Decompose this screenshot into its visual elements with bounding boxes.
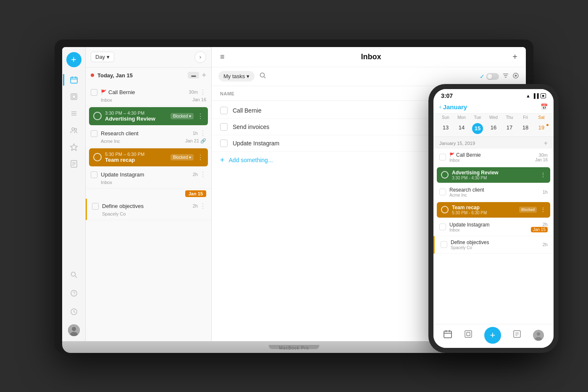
sidebar-item-search[interactable] — [66, 267, 81, 282]
phone-date-15[interactable]: 15 — [472, 123, 483, 134]
phone-task-update-instagram[interactable]: Update Instagram Inbox 2h Jan 15 — [433, 218, 526, 236]
phone-checkbox[interactable] — [439, 224, 446, 230]
task-checkbox[interactable] — [91, 89, 97, 96]
phone-task-define-objectives[interactable]: Define objectives Spacely Co 2h — [433, 236, 526, 254]
sidebar-item-star[interactable] — [66, 139, 81, 155]
phone-task-content: Update Instagram Inbox — [449, 222, 526, 232]
clock-icon — [93, 112, 102, 120]
more-button[interactable]: ⋮ — [200, 202, 206, 210]
phone-date-section-header: January 15, 2019 + — [433, 137, 526, 149]
svg-point-22 — [72, 327, 76, 331]
task-subtitle: Inbox — [101, 97, 112, 103]
sidebar-item-history[interactable] — [66, 304, 81, 319]
toggle-track[interactable] — [486, 73, 499, 80]
phone-nav-calendar[interactable] — [443, 329, 452, 341]
sidebar-item-calendar[interactable] — [66, 72, 81, 87]
date-pill: ▬ — [188, 72, 199, 79]
task-row-call-bernie[interactable]: 🚩 Call Bernie 30m ⋮ Inbox Jan 16 — [86, 85, 211, 106]
task-checkbox[interactable] — [91, 171, 97, 178]
sidebar-item-help[interactable]: ? — [66, 286, 81, 301]
day-panel-date: Today, Jan 15 ▬ + — [86, 68, 211, 83]
inbox-checkbox[interactable] — [220, 123, 228, 131]
phone-checkbox[interactable] — [439, 189, 446, 195]
add-button[interactable]: + — [66, 52, 81, 67]
add-task-button[interactable]: + — [202, 71, 206, 80]
phone-nav-add-button[interactable]: + — [484, 327, 501, 341]
task-row-research-client[interactable]: Research client 1h ⋮ Acme Inc Jan 21 🔗 — [86, 126, 211, 147]
task-row-define-objectives[interactable]: Define objectives 2h ⋮ Spacely Co — [86, 199, 211, 220]
phone-task-title: Research client — [449, 187, 526, 193]
more-button[interactable]: ⋮ — [197, 112, 204, 120]
complete-toggle[interactable]: ✓ — [480, 73, 499, 80]
phone-nav-layers[interactable] — [464, 329, 473, 341]
sidebar-item-layers[interactable] — [66, 89, 81, 104]
task-meta: Inbox Jan 16 — [101, 97, 206, 103]
phone-clock-icon — [441, 171, 449, 179]
phone-blocked-time: 3:30 PM - 4:30 PM — [452, 176, 526, 180]
day-view-select[interactable]: Day ▾ — [91, 52, 114, 62]
phone-task-title: Update Instagram — [449, 222, 526, 228]
inbox-title: Inbox — [230, 53, 513, 61]
more-button[interactable]: ⋮ — [197, 153, 204, 161]
phone-task-call-bernie[interactable]: 🚩 Call Bernie Inbox 30m Jan 16 — [433, 149, 526, 166]
task-date: Jan 21 — [185, 138, 199, 143]
svg-rect-36 — [467, 332, 470, 336]
phone-bottom-nav: + — [433, 324, 526, 341]
name-column-header: NAME — [220, 91, 234, 96]
blocked-time: 3:30 PM – 4:30 PM — [105, 110, 167, 116]
inbox-checkbox[interactable] — [220, 139, 228, 147]
more-button[interactable]: ⋮ — [200, 88, 206, 96]
phone-task-advertising-review[interactable]: Advertising Review 3:30 PM - 4:30 PM ⋮ — [437, 167, 526, 183]
more-button[interactable]: ⋮ — [200, 171, 206, 179]
more-button[interactable]: ⋮ — [200, 129, 206, 137]
sidebar-item-people[interactable] — [66, 123, 81, 138]
forward-arrow-button[interactable]: › — [194, 51, 206, 63]
my-tasks-button[interactable]: My tasks ▾ — [218, 71, 255, 82]
phone-nav-list[interactable] — [512, 329, 522, 341]
phone-calendar-header: ‹ January 📅 — [433, 101, 526, 113]
date-actions: ▬ + — [188, 71, 206, 80]
add-plus-icon: + — [220, 156, 225, 165]
laptop-brand-label: MacBook Pro — [279, 346, 309, 350]
phone-status-bar: 3:07 ▲ ▐▐ ■ — [433, 89, 526, 101]
sidebar-item-list[interactable] — [66, 106, 81, 121]
phone-week-header: Sun Mon Tue Wed Thu Fri Sat — [433, 113, 526, 121]
back-arrow-icon: ‹ — [439, 103, 441, 110]
add-inbox-button[interactable]: + — [512, 52, 517, 62]
sidebar-item-notes[interactable] — [66, 156, 81, 171]
inbox-checkbox[interactable] — [220, 107, 228, 114]
today-label: Today, Jan 15 — [97, 72, 184, 79]
phone-task-subtitle: Inbox — [449, 228, 526, 232]
phone-date-16[interactable]: 16 — [486, 123, 501, 134]
phone-date-13[interactable]: 13 — [438, 123, 454, 134]
phone-task-subtitle: Spacely Co — [451, 245, 526, 250]
filter-button[interactable] — [502, 72, 509, 81]
task-row-advertising-review[interactable]: 3:30 PM – 4:30 PM Advertising Review Blo… — [89, 107, 208, 125]
phone-checkbox[interactable] — [441, 241, 447, 248]
inbox-task-name: Call Bernie — [233, 107, 261, 114]
task-row-update-instagram[interactable]: Update Instagram 2h ⋮ Inbox — [86, 167, 211, 189]
user-avatar[interactable] — [66, 323, 81, 338]
phone-tasks: 🚩 Call Bernie Inbox 30m Jan 16 — [433, 149, 526, 324]
phone-task-research-client[interactable]: Research client Acme Inc 1h — [433, 184, 526, 201]
hamburger-button[interactable]: ≡ — [220, 53, 225, 61]
chevron-down-icon: ▾ — [247, 73, 249, 79]
task-title: Define objectives — [102, 203, 144, 209]
phone-checkbox[interactable] — [439, 154, 446, 160]
view-options-button[interactable] — [512, 72, 519, 81]
phone-date-17[interactable]: 17 — [501, 123, 517, 134]
task-checkbox[interactable] — [92, 203, 99, 210]
phone-date-14[interactable]: 14 — [454, 123, 470, 134]
phone-clock-icon — [441, 206, 449, 213]
chevron-down-icon: ▾ — [107, 54, 110, 60]
phone-date-18[interactable]: 18 — [517, 123, 526, 134]
date-divider-jan15: Jan 15 — [86, 189, 211, 199]
task-content: Research client 1h ⋮ Acme Inc Jan 21 🔗 — [101, 129, 206, 144]
day-panel: Day ▾ › Today, Jan 15 ▬ + — [86, 47, 212, 341]
phone-task-team-recap[interactable]: Team recap 5:30 PM - 6:30 PM Blocked ⋮ — [437, 202, 526, 218]
search-button[interactable] — [258, 71, 268, 82]
task-checkbox[interactable] — [91, 130, 97, 137]
blocked-title: Advertising Review — [105, 116, 167, 122]
task-subtitle: Inbox — [101, 180, 112, 185]
task-row-team-recap[interactable]: 5:30 PM – 6:30 PM Team recap Blocked ▾ ⋮ — [89, 148, 208, 166]
